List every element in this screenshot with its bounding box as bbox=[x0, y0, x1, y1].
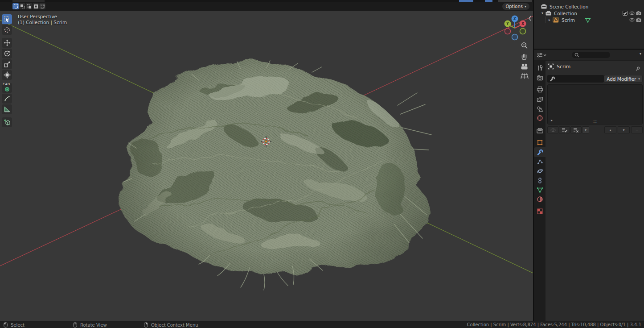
camera-view-icon[interactable] bbox=[521, 64, 528, 70]
collection-tab-icon bbox=[537, 128, 543, 133]
pan-hand-icon[interactable] bbox=[522, 54, 526, 60]
select-mode-extend-button[interactable] bbox=[19, 3, 25, 9]
keymap-object-context-menu: Object Context Menu bbox=[144, 322, 198, 328]
tab-world[interactable] bbox=[534, 113, 546, 123]
tab-material[interactable] bbox=[534, 194, 546, 204]
options-label: Options bbox=[505, 4, 523, 9]
tab-render[interactable] bbox=[534, 73, 546, 83]
tool-cursor[interactable] bbox=[2, 25, 12, 35]
triangle-up-icon: ▴ bbox=[609, 128, 611, 132]
tab-tool[interactable] bbox=[534, 63, 546, 73]
tab-scene[interactable] bbox=[534, 104, 546, 114]
object-data-icon bbox=[548, 63, 554, 70]
tab-view-layer[interactable] bbox=[534, 94, 546, 104]
sidebar-collapse-icon[interactable] bbox=[529, 16, 531, 21]
view-layer-tab-icon bbox=[537, 96, 543, 103]
select-mode-invert-button[interactable] bbox=[33, 3, 39, 9]
zoom-icon[interactable] bbox=[522, 43, 527, 48]
properties-editor-type-icon[interactable] bbox=[537, 52, 546, 58]
select-intersect-icon bbox=[40, 4, 45, 9]
add-modifier-button[interactable]: Add Modifier ▾ bbox=[604, 75, 643, 83]
tab-collection[interactable] bbox=[534, 125, 546, 135]
tab-particles[interactable] bbox=[534, 157, 546, 166]
list-disable-all-button[interactable] bbox=[570, 126, 582, 133]
texture-tab-icon bbox=[537, 208, 543, 215]
pin-icon[interactable] bbox=[635, 66, 640, 72]
world-tab-icon bbox=[537, 115, 543, 121]
add-cube-icon bbox=[4, 119, 11, 126]
properties-content: Scrim Add Modifier ▾ bbox=[546, 61, 644, 321]
tab-constraints[interactable] bbox=[534, 175, 546, 185]
add-modifier-label: Add Modifier bbox=[607, 76, 636, 82]
checkbox-checked-icon[interactable] bbox=[623, 11, 628, 16]
tab-physics[interactable] bbox=[534, 166, 546, 176]
move-down-button[interactable]: ▾ bbox=[618, 126, 630, 133]
list-enable-all-button[interactable] bbox=[559, 126, 570, 133]
scrim-mesh-object[interactable] bbox=[107, 46, 437, 305]
select-mode-set-button[interactable] bbox=[12, 3, 19, 9]
outliner-row-scrim[interactable]: ▸ Scrim bbox=[534, 17, 644, 23]
viewport-3d[interactable]: Z Y X bbox=[0, 2, 533, 321]
collection-icon bbox=[546, 11, 551, 16]
right-panel: Scene Collection ▾ Collection bbox=[534, 0, 644, 328]
gizmo-x-label: X bbox=[521, 22, 525, 26]
move-up-button[interactable]: ▴ bbox=[604, 126, 616, 133]
select-mode-subtract-button[interactable] bbox=[26, 3, 32, 9]
tool-transform[interactable] bbox=[2, 70, 12, 80]
cad-label: CAD bbox=[3, 83, 10, 86]
collection-icon bbox=[541, 4, 547, 9]
outliner-row-collection[interactable]: ▾ Collection bbox=[534, 10, 644, 17]
tool-cad-sketcher[interactable]: CAD bbox=[2, 83, 12, 93]
expand-triangle-icon[interactable]: ▸ bbox=[547, 18, 552, 22]
disable-camera-icon[interactable] bbox=[636, 17, 641, 22]
panel-expand-icon[interactable]: ▸ bbox=[551, 118, 553, 122]
search-icon bbox=[574, 53, 579, 58]
wrench-icon bbox=[550, 76, 555, 82]
object-data-tab-icon bbox=[537, 187, 543, 193]
gizmo-x-negative[interactable] bbox=[505, 29, 511, 34]
select-mode-intersect-button[interactable] bbox=[39, 3, 45, 9]
indent-guide bbox=[546, 17, 546, 23]
list-dropdown-button[interactable]: ▾ bbox=[582, 126, 589, 133]
tab-output[interactable] bbox=[534, 84, 546, 94]
modifier-list[interactable]: ▸ :::: bbox=[547, 84, 643, 125]
tool-annotate[interactable] bbox=[2, 94, 12, 104]
render-tab-icon bbox=[537, 75, 543, 81]
options-dropdown[interactable]: Options ▾ bbox=[502, 3, 529, 10]
gizmo-z-negative[interactable] bbox=[512, 34, 518, 40]
modifier-search-field[interactable] bbox=[547, 75, 604, 83]
select-set-icon bbox=[13, 4, 18, 9]
tab-object[interactable] bbox=[534, 137, 546, 147]
viewport-canvas[interactable]: Z Y X bbox=[0, 2, 533, 321]
tool-measure[interactable] bbox=[2, 104, 12, 114]
object-origin-dot bbox=[265, 141, 267, 143]
eye-icon bbox=[550, 128, 556, 132]
hide-eye-icon[interactable] bbox=[629, 17, 635, 22]
breadcrumb-object-name[interactable]: Scrim bbox=[557, 64, 570, 70]
gizmo-z-label: Z bbox=[513, 17, 516, 21]
expand-triangle-icon[interactable]: ▾ bbox=[540, 11, 545, 15]
navigation-gizmo[interactable]: Z Y X bbox=[505, 16, 526, 40]
list-eye-button[interactable] bbox=[547, 126, 558, 133]
tool-rotate[interactable] bbox=[2, 49, 12, 58]
properties-search-input[interactable] bbox=[572, 52, 610, 58]
view-perspective-label: User Perspective bbox=[18, 14, 67, 20]
hide-eye-icon[interactable] bbox=[629, 11, 635, 16]
chevron-down-icon[interactable]: ▾ bbox=[640, 52, 641, 56]
tool-add-cube[interactable] bbox=[2, 117, 12, 127]
tool-scale[interactable] bbox=[2, 59, 12, 69]
gizmo-y-negative[interactable] bbox=[520, 29, 526, 34]
disable-camera-icon[interactable] bbox=[636, 11, 641, 16]
tab-object-data[interactable] bbox=[534, 185, 546, 195]
tab-modifiers[interactable] bbox=[534, 147, 546, 157]
tool-move[interactable] bbox=[2, 38, 12, 48]
orthographic-toggle-icon[interactable] bbox=[521, 74, 529, 79]
constraints-tab-icon bbox=[537, 177, 543, 184]
scale-icon bbox=[4, 61, 11, 68]
outliner-row-scene-collection[interactable]: Scene Collection bbox=[534, 3, 644, 10]
triangle-down-icon: ▾ bbox=[623, 128, 624, 132]
resize-grip[interactable]: :::: bbox=[593, 120, 598, 124]
tool-select-box[interactable] bbox=[2, 14, 12, 24]
tab-texture[interactable] bbox=[534, 206, 546, 216]
remove-button[interactable]: − bbox=[631, 126, 643, 133]
